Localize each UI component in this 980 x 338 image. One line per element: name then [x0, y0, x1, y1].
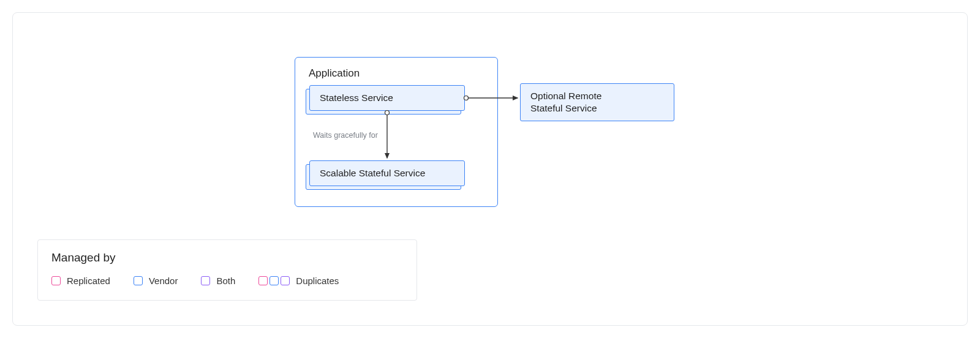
node-label: Stateless Service — [320, 92, 393, 103]
scalable-stateful-service-node: Scalable Stateful Service — [306, 164, 461, 190]
swatch-both — [281, 276, 290, 285]
legend-item-both: Both — [201, 276, 235, 286]
legend-item-replicated: Replicated — [51, 276, 110, 286]
legend-label: Duplicates — [296, 276, 339, 286]
legend-label: Both — [216, 276, 235, 286]
edge-label-waits: Waits gracefully for — [313, 131, 378, 140]
legend-label: Replicated — [67, 276, 110, 286]
swatch-replicated — [258, 276, 268, 285]
swatch-group — [258, 276, 290, 285]
swatch-replicated — [51, 276, 61, 285]
node-label-line1: Optional Remote — [530, 90, 664, 102]
swatch-vendor — [270, 276, 279, 285]
legend-label: Vendor — [149, 276, 178, 286]
legend-item-vendor: Vendor — [134, 276, 178, 286]
stateless-service-node: Stateless Service — [306, 89, 461, 115]
remote-stateful-service-node: Optional Remote Stateful Service — [520, 83, 674, 121]
node-label: Scalable Stateful Service — [320, 168, 425, 179]
legend-title: Managed by — [51, 251, 403, 265]
swatch-both — [201, 276, 210, 285]
legend-row: Replicated Vendor Both Duplicates — [51, 276, 403, 286]
card-front: Scalable Stateful Service — [309, 160, 465, 186]
node-label-line2: Stateful Service — [530, 102, 664, 115]
swatch-vendor — [134, 276, 143, 285]
card-front: Stateless Service — [309, 85, 465, 111]
legend-item-duplicates: Duplicates — [258, 276, 339, 286]
diagram-canvas: Application Stateless Service Scalable S… — [12, 12, 968, 326]
legend: Managed by Replicated Vendor Both Du — [37, 239, 417, 301]
application-title: Application — [309, 67, 360, 80]
